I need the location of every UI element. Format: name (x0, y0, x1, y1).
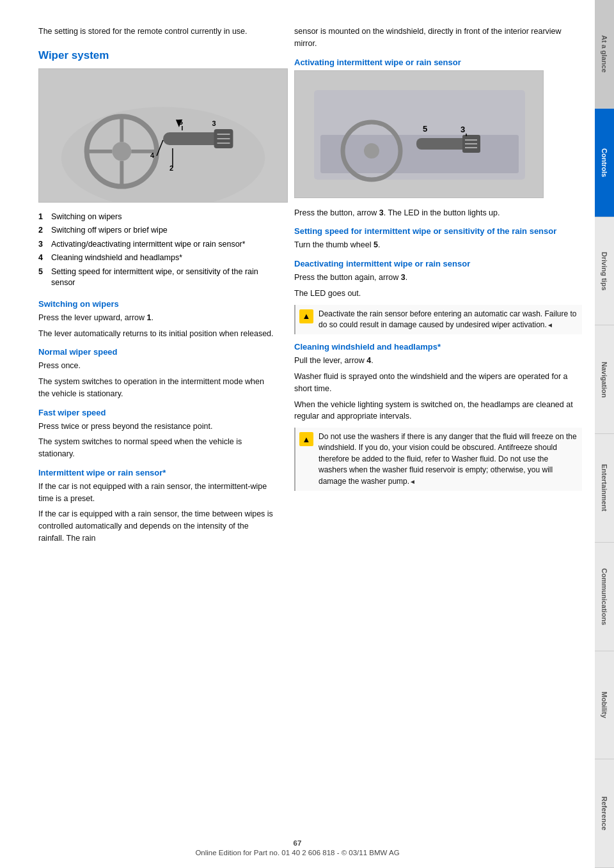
wiper-system-heading: Wiper system (38, 49, 275, 62)
tab-controls[interactable]: Controls (595, 109, 614, 217)
activating-para1: Press the button, arrow 3. The LED in th… (294, 207, 582, 219)
fast-wiper-para2: The system switches to normal speed when… (38, 436, 275, 460)
tab-communications[interactable]: Communications (595, 543, 614, 651)
left-column: The setting is stored for the remote con… (0, 13, 288, 855)
footer-text: Online Edition for Part no. 01 40 2 606 … (0, 849, 595, 856)
svg-text:3: 3 (460, 125, 465, 134)
svg-text:5: 5 (423, 124, 427, 134)
svg-rect-8 (163, 132, 221, 145)
cleaning-heading: Cleaning windshield and headlamps* (294, 342, 582, 352)
tab-mobility[interactable]: Mobility (595, 651, 614, 760)
warning-icon-1: ▲ (299, 309, 313, 323)
deactivating-para1: Press the button again, arrow 3. (294, 272, 582, 284)
cleaning-para3: When the vehicle lighting system is swit… (294, 399, 582, 423)
warning-text-2: Do not use the washers if there is any d… (319, 431, 578, 487)
item-num-5: 5 (38, 267, 51, 289)
deactivating-para2: The LED goes out. (294, 288, 582, 300)
normal-wiper-para1: Press once. (38, 360, 275, 372)
svg-text:3: 3 (212, 120, 216, 127)
svg-rect-22 (416, 138, 468, 150)
intermittent-para1: If the car is not equipped with a rain s… (38, 481, 275, 505)
tab-entertainment[interactable]: Entertainment (595, 434, 614, 543)
fast-wiper-heading: Fast wiper speed (38, 408, 275, 417)
item-num-3: 3 (38, 239, 51, 251)
warning-icon-2: ▲ (299, 432, 313, 446)
main-content: The setting is stored for the remote con… (0, 0, 595, 868)
svg-point-21 (364, 143, 379, 159)
warning-box-rain-sensor: ▲ Deactivate the rain sensor before ente… (294, 305, 582, 335)
side-tabs: At a glance Controls Driving tips Naviga… (595, 0, 614, 868)
item-text-4: Cleaning windshield and headlamps* (51, 252, 182, 264)
switching-on-para2: The lever automatically returns to its i… (38, 328, 275, 340)
wiper-right-svg: 5 3 (295, 71, 544, 198)
numbered-list: 1 Switching on wipers 2 Switching off wi… (38, 212, 275, 289)
list-item-5: 5 Setting speed for intermittent wipe, o… (38, 267, 275, 289)
right-column: sensor is mounted on the windshield, dir… (288, 13, 595, 855)
right-intro: sensor is mounted on the windshield, dir… (294, 26, 582, 50)
tab-reference[interactable]: Reference (595, 759, 614, 868)
intro-text: The setting is stored for the remote con… (38, 26, 275, 38)
diagram-bg-right: 5 3 (295, 71, 543, 198)
cleaning-para2: Washer fluid is sprayed onto the windshi… (294, 371, 582, 395)
intermittent-heading: Intermittent wipe or rain sensor* (38, 468, 275, 477)
svg-point-3 (112, 142, 131, 161)
switching-on-para1: Press the lever upward, arrow 1. (38, 312, 275, 324)
activating-heading: Activating intermittent wipe or rain sen… (294, 58, 582, 67)
tab-at-a-glance[interactable]: At a glance (595, 0, 614, 109)
page-container: The setting is stored for the remote con… (0, 0, 614, 868)
item-num-1: 1 (38, 212, 51, 223)
list-item-3: 3 Activating/deactivating intermittent w… (38, 239, 275, 251)
item-text-2: Switching off wipers or brief wipe (51, 225, 168, 236)
list-item-1: 1 Switching on wipers (38, 212, 275, 223)
page-number: 67 (0, 839, 595, 847)
deactivating-heading: Deactivating intermittent wipe or rain s… (294, 259, 582, 268)
page-footer: 67 Online Edition for Part no. 01 40 2 6… (0, 839, 595, 856)
item-text-3: Activating/deactivating intermittent wip… (51, 239, 245, 251)
cleaning-para1: Pull the lever, arrow 4. (294, 355, 582, 367)
intermittent-para2: If the car is equipped with a rain senso… (38, 508, 275, 544)
item-text-1: Switching on wipers (51, 212, 122, 223)
list-item-4: 4 Cleaning windshield and headlamps* (38, 252, 275, 264)
warning-text-1: Deactivate the rain sensor before enteri… (319, 309, 578, 331)
diagram-bg-left: 5 3 4 2 (39, 69, 287, 202)
item-num-4: 4 (38, 252, 51, 264)
wiper-lever-svg: 5 3 4 2 (39, 68, 287, 203)
wiper-diagram-left: 5 3 4 2 (38, 68, 288, 203)
item-text-5: Setting speed for intermittent wipe, or … (51, 267, 275, 289)
setting-speed-para1: Turn the thumb wheel 5. (294, 239, 582, 251)
list-item-2: 2 Switching off wipers or brief wipe (38, 225, 275, 236)
item-num-2: 2 (38, 225, 51, 236)
svg-text:4: 4 (150, 151, 155, 159)
normal-wiper-para2: The system switches to operation in the … (38, 376, 275, 400)
fast-wiper-para1: Press twice or press beyond the resistan… (38, 421, 275, 433)
tab-driving-tips[interactable]: Driving tips (595, 217, 614, 326)
wiper-diagram-right: 5 3 (294, 70, 544, 198)
setting-speed-heading: Setting speed for intermittent wipe or s… (294, 226, 582, 236)
normal-wiper-heading: Normal wiper speed (38, 347, 275, 357)
switching-on-heading: Switching on wipers (38, 299, 275, 309)
warning-box-washer: ▲ Do not use the washers if there is any… (294, 428, 582, 491)
tab-navigation[interactable]: Navigation (595, 325, 614, 434)
